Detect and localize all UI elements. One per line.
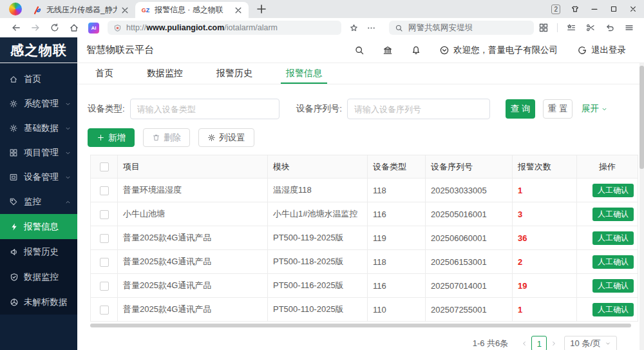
monitor-icon — [9, 173, 18, 182]
sidebar-item-home[interactable]: 首页 — [0, 67, 77, 92]
sidebar-subitem-unparsed-data[interactable]: 未解析数据 — [0, 289, 77, 315]
row-checkbox[interactable] — [100, 210, 109, 219]
user-menu[interactable]: 欢迎您，普量电子有限公司 — [439, 44, 558, 56]
menu-icon[interactable] — [624, 23, 634, 33]
col-module: 模块 — [268, 155, 368, 179]
tab-home[interactable]: 首页 — [95, 63, 113, 84]
sidebar-subitem-alarm-info[interactable]: 报警信息 — [0, 214, 77, 239]
manual-confirm-button[interactable]: 人工确认 — [592, 303, 634, 316]
device-type-input[interactable] — [130, 99, 279, 119]
scissors-icon[interactable] — [585, 23, 596, 33]
url-bar[interactable]: http://www.puliangiot.com/iotalarm/alarm — [108, 21, 341, 35]
row-checkbox[interactable] — [100, 186, 109, 195]
cell-device-type: 118 — [368, 250, 426, 274]
chevron-down-icon — [64, 125, 71, 132]
platform-title: 智慧物联云平台 — [86, 44, 154, 56]
col-actions: 操作 — [577, 155, 638, 179]
main-content: 首页数据监控报警历史报警信息 设备类型: 设备序列号: 查 询 重 置 展开 新… — [77, 63, 644, 350]
cell-serial: 202506153001 — [426, 250, 513, 274]
table-row: 普量2025款4G通讯产品PT500-116-2025版116202507014… — [91, 274, 638, 298]
filter-row: 设备类型: 设备序列号: 查 询 重 置 展开 — [88, 99, 644, 119]
chevron-circle-down-icon — [439, 45, 450, 55]
close-window-button[interactable] — [629, 5, 638, 14]
browser-tab-alarm-page[interactable]: GZ报警信息 · 感之物联 — [135, 2, 249, 18]
favorites-list-icon[interactable] — [566, 23, 576, 33]
close-tab-icon[interactable] — [120, 5, 130, 15]
content-tabs: 首页数据监控报警历史报警信息 — [77, 63, 644, 84]
row-checkbox[interactable] — [100, 306, 109, 315]
home-nav-icon[interactable] — [69, 23, 79, 33]
manual-confirm-button[interactable]: 人工确认 — [592, 184, 634, 197]
horizontal-scrollbar[interactable] — [90, 324, 631, 327]
tag-icon — [9, 197, 18, 206]
expand-link[interactable]: 展开 — [582, 103, 608, 115]
search-button[interactable]: 查 询 — [506, 99, 535, 119]
chevron-up-icon — [64, 199, 71, 206]
header-search-icon[interactable] — [354, 45, 365, 55]
sidebar-item-label: 基础数据 — [24, 122, 59, 134]
logout-button[interactable]: 退出登录 — [577, 44, 626, 56]
browser-logo[interactable] — [9, 3, 22, 15]
browser-tab-strip: 无线压力传感器_静力水准仪_GZ报警信息 · 感之物联 2 — [0, 0, 644, 18]
cell-alarm-count: 1 — [513, 179, 577, 202]
page-size-select[interactable]: 10 条/页 — [564, 336, 617, 350]
tab-count-badge[interactable]: 2 — [551, 5, 560, 14]
column-settings-button[interactable]: 列设置 — [198, 128, 254, 147]
cell-serial: 202507014001 — [426, 274, 513, 298]
back-icon[interactable] — [11, 23, 21, 33]
sidebar-item-project-mgmt[interactable]: 项目管理 — [0, 141, 77, 165]
row-checkbox[interactable] — [100, 258, 109, 267]
ai-assistant-icon[interactable]: AI — [88, 23, 99, 34]
bookmark-star-icon[interactable] — [349, 23, 359, 33]
browser-search-box[interactable]: 网警共筑网安堤坝 — [389, 21, 534, 35]
tab-alarm-history[interactable]: 报警历史 — [216, 63, 252, 84]
bank-icon[interactable] — [383, 45, 393, 55]
bell-icon[interactable] — [411, 45, 421, 55]
sidebar-item-base-data[interactable]: 基础数据 — [0, 116, 77, 141]
sidebar-item-device-mgmt[interactable]: 设备管理 — [0, 165, 77, 190]
alarm-table: 项目 模块 设备类型 设备序列号 报警次数 操作 普量环境温湿度温湿度11811… — [90, 155, 638, 322]
sidebar-subitem-label: 未解析数据 — [24, 297, 68, 308]
minimize-button[interactable] — [590, 5, 599, 14]
browser-tab-sensor-site[interactable]: 无线压力传感器_静力水准仪_ — [27, 2, 135, 18]
trash-icon — [152, 133, 160, 142]
row-checkbox[interactable] — [100, 234, 109, 243]
close-tab-icon[interactable] — [233, 5, 243, 15]
add-button[interactable]: 新增 — [88, 128, 135, 147]
tab-alarm-info[interactable]: 报警信息 — [286, 63, 322, 84]
cell-device-type: 116 — [368, 274, 426, 298]
manual-confirm-button[interactable]: 人工确认 — [592, 255, 634, 269]
reload-icon[interactable] — [50, 23, 60, 33]
row-checkbox[interactable] — [100, 282, 109, 291]
select-all-checkbox[interactable] — [100, 162, 109, 171]
serial-input[interactable] — [347, 99, 490, 119]
sidebar-item-monitoring[interactable]: 监控 — [0, 190, 77, 214]
next-page-icon[interactable] — [550, 340, 558, 347]
sidebar-item-label: 监控 — [24, 196, 41, 208]
manual-confirm-button[interactable]: 人工确认 — [592, 279, 634, 293]
forward-icon[interactable] — [30, 23, 41, 33]
reset-button[interactable]: 重 置 — [543, 99, 573, 119]
sidebar-subitem-data-monitor[interactable]: 数据监控 — [0, 264, 77, 289]
more-dots-icon[interactable] — [366, 23, 376, 33]
manual-confirm-button[interactable]: 人工确认 — [592, 208, 634, 221]
cube-icon — [10, 298, 19, 307]
manual-confirm-button[interactable]: 人工确认 — [592, 231, 634, 245]
new-tab-button[interactable] — [255, 3, 268, 15]
delete-button[interactable]: 删除 — [143, 128, 190, 147]
logout-label: 退出登录 — [591, 44, 626, 56]
sidebar-subitem-alarm-history[interactable]: 报警历史 — [0, 239, 77, 264]
current-page-button[interactable]: 1 — [531, 336, 547, 350]
app-header: 感之物联 智慧物联云平台 欢迎您，普量电子有限公司 退出登录 — [0, 37, 644, 63]
sidebar-item-system-mgmt[interactable]: 系统管理 — [0, 92, 77, 116]
pagination-summary: 1-6 共6条 — [473, 338, 509, 349]
sidebar-subitem-label: 数据监控 — [24, 271, 59, 283]
vertical-scrollbar[interactable] — [639, 37, 644, 350]
theme-shirt-icon[interactable] — [571, 5, 580, 14]
shield-x-icon[interactable] — [113, 24, 122, 32]
apps-grid-icon[interactable] — [538, 23, 549, 33]
maximize-button[interactable] — [609, 5, 618, 14]
undo-icon[interactable] — [605, 23, 615, 33]
prev-page-icon[interactable] — [520, 340, 528, 347]
tab-data-monitor[interactable]: 数据监控 — [147, 63, 183, 84]
